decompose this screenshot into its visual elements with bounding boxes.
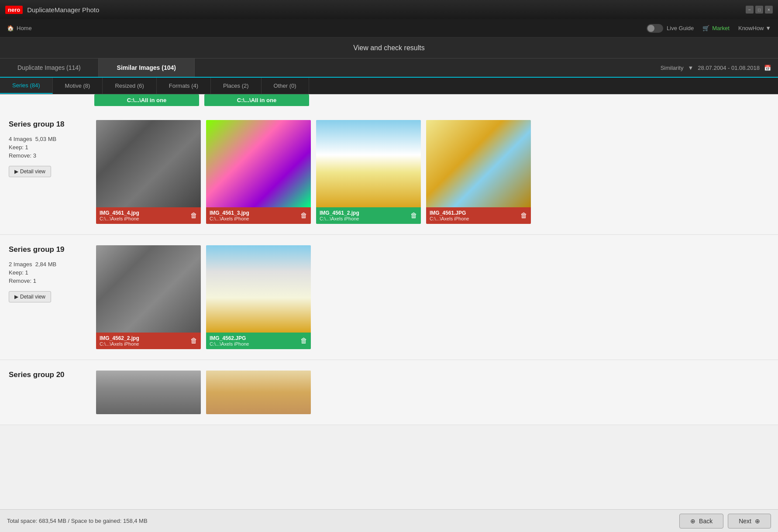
image-thumb	[96, 120, 201, 207]
sub-tab-formats[interactable]: Formats (4)	[157, 78, 211, 94]
image-filename: IMG_4561_2.jpg	[320, 210, 359, 216]
page-header: View and check results	[0, 38, 778, 58]
group-19-image-grid: IMG_4562_2.jpg C:\...\Axels iPhone 🗑 IMG…	[96, 245, 769, 349]
image-thumb	[206, 371, 311, 414]
image-card: IMG_4561.JPG C:\...\Axels iPhone 🗑	[426, 120, 531, 224]
image-thumb	[96, 245, 201, 333]
image-folder: C:\...\Axels iPhone	[430, 216, 469, 221]
image-card: IMG_4562_2.jpg C:\...\Axels iPhone 🗑	[96, 245, 201, 349]
image-card: IMG_4562.JPG C:\...\Axels iPhone 🗑	[206, 245, 311, 349]
knowhow-button[interactable]: KnowHow ▼	[738, 25, 771, 31]
sub-tab-other[interactable]: Other (0)	[262, 78, 309, 94]
trash-icon[interactable]: 🗑	[300, 337, 307, 345]
group-19-image-count: 2 Images 2,84 MB	[9, 261, 89, 268]
tab-similar-images[interactable]: Similar Images (104)	[99, 58, 195, 77]
group-19-detail-button[interactable]: ▶ Detail view	[9, 291, 51, 302]
filter-dropdown-icon[interactable]: ▼	[688, 65, 693, 71]
close-button[interactable]: ×	[765, 6, 773, 14]
sub-tab-resized[interactable]: Resized (6)	[103, 78, 156, 94]
image-thumb	[96, 371, 201, 414]
image-card: IMG_4561_2.jpg C:\...\Axels iPhone 🗑	[316, 120, 421, 224]
live-guide-toggle[interactable]	[647, 24, 663, 33]
group-19-keep: Keep: 1	[9, 269, 89, 276]
group-20-info: Series group 20	[9, 371, 96, 414]
trash-icon[interactable]: 🗑	[190, 337, 197, 345]
toggle-knob	[647, 25, 654, 32]
calendar-icon[interactable]: 📅	[764, 65, 771, 71]
sub-tab-places[interactable]: Places (2)	[211, 78, 262, 94]
group-18-keep: Keep: 1	[9, 144, 89, 151]
back-button[interactable]: ⊕ Back	[679, 514, 723, 529]
home-button[interactable]: 🏠 Home	[7, 25, 32, 31]
image-folder: C:\...\Axels iPhone	[100, 341, 139, 347]
image-card: IMG_4561_3.jpg C:\...\Axels iPhone 🗑	[206, 120, 311, 224]
sub-tab-series[interactable]: Series (84)	[0, 78, 53, 94]
image-card: IMG_4561_4.jpg C:\...\Axels iPhone 🗑	[96, 120, 201, 224]
minimize-button[interactable]: −	[746, 6, 754, 14]
sub-tabs: Series (84) Motive (8) Resized (6) Forma…	[0, 78, 778, 94]
trash-icon[interactable]: 🗑	[300, 212, 307, 220]
image-card	[206, 371, 311, 414]
content-area: C:\...\All in one C:\...\All in one Seri…	[0, 94, 778, 509]
footer-buttons: ⊕ Back Next ⊕	[679, 514, 771, 529]
footer: Total space: 683,54 MB / Space to be gai…	[0, 509, 778, 532]
image-caption: IMG_4561_4.jpg C:\...\Axels iPhone 🗑	[96, 207, 201, 224]
tab-spacer	[195, 58, 654, 77]
image-caption: IMG_4562.JPG C:\...\Axels iPhone 🗑	[206, 333, 311, 349]
image-filename: IMG_4561_4.jpg	[100, 210, 139, 216]
trash-icon[interactable]: 🗑	[520, 212, 527, 220]
group-19-title: Series group 19	[9, 245, 89, 254]
live-guide-label: Live Guide	[667, 25, 694, 31]
date-range: 28.07.2004 - 01.08.2018	[698, 65, 760, 71]
group-19-section: Series group 19 2 Images 2,84 MB Keep: 1…	[0, 235, 778, 360]
live-guide: Live Guide	[647, 24, 694, 33]
image-thumb	[206, 245, 311, 333]
image-caption: IMG_4562_2.jpg C:\...\Axels iPhone 🗑	[96, 333, 201, 349]
group-20-title: Series group 20	[9, 371, 89, 379]
green-bar-1: C:\...\All in one	[94, 94, 199, 106]
image-card	[96, 371, 201, 414]
similarity-label: Similarity	[661, 65, 684, 71]
group-18-info: Series group 18 4 Images 5,03 MB Keep: 1…	[9, 120, 96, 224]
market-button[interactable]: 🛒 Market	[702, 25, 730, 31]
image-caption: IMG_4561.JPG C:\...\Axels iPhone 🗑	[426, 207, 531, 224]
maximize-button[interactable]: □	[755, 6, 763, 14]
knowhow-label: KnowHow	[738, 25, 764, 31]
image-thumb	[426, 120, 531, 207]
tab-controls: Similarity ▼ 28.07.2004 - 01.08.2018 📅	[654, 58, 778, 77]
title-bar-left: nero DuplicateManager Photo	[5, 6, 99, 14]
top-green-bars: C:\...\All in one C:\...\All in one	[0, 94, 778, 110]
knowhow-chevron: ▼	[765, 25, 771, 31]
group-18-image-grid: IMG_4561_4.jpg C:\...\Axels iPhone 🗑 IMG…	[96, 120, 769, 224]
trash-icon[interactable]: 🗑	[410, 212, 417, 220]
group-18-remove: Remove: 3	[9, 152, 89, 159]
window-controls: − □ ×	[746, 6, 773, 14]
image-filename: IMG_4561_3.jpg	[210, 210, 249, 216]
green-bar-2: C:\...\All in one	[204, 94, 309, 106]
back-icon: ⊕	[690, 518, 695, 525]
group-18-detail-button[interactable]: ▶ Detail view	[9, 166, 51, 177]
image-caption: IMG_4561_3.jpg C:\...\Axels iPhone 🗑	[206, 207, 311, 224]
nero-logo: nero	[5, 6, 23, 14]
image-caption: IMG_4561_2.jpg C:\...\Axels iPhone 🗑	[316, 207, 421, 224]
play-icon: ▶	[14, 294, 18, 300]
group-20-image-grid	[96, 371, 769, 414]
tab-duplicate-images[interactable]: Duplicate Images (114)	[0, 58, 99, 77]
page-title: View and check results	[353, 44, 424, 52]
image-thumb	[206, 120, 311, 207]
footer-space-info: Total space: 683,54 MB / Space to be gai…	[7, 518, 148, 524]
market-icon: 🛒	[702, 25, 709, 31]
title-bar: nero DuplicateManager Photo − □ ×	[0, 0, 778, 19]
group-18-image-count: 4 Images 5,03 MB	[9, 136, 89, 142]
main-tabs: Duplicate Images (114) Similar Images (1…	[0, 58, 778, 78]
image-folder: C:\...\Axels iPhone	[320, 216, 359, 221]
image-filename: IMG_4562.JPG	[210, 335, 249, 341]
sub-tab-motive[interactable]: Motive (8)	[53, 78, 103, 94]
group-19-remove: Remove: 1	[9, 278, 89, 284]
image-folder: C:\...\Axels iPhone	[210, 216, 249, 221]
image-thumb	[316, 120, 421, 207]
next-button[interactable]: Next ⊕	[728, 514, 771, 529]
market-label: Market	[712, 25, 730, 31]
next-icon: ⊕	[755, 518, 760, 525]
trash-icon[interactable]: 🗑	[190, 212, 197, 220]
